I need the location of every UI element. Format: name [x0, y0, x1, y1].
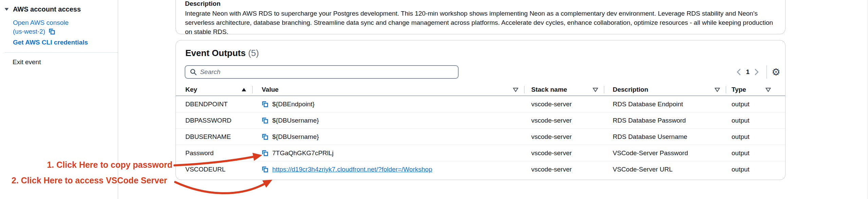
table-header-row: Key Value Stack name Description Type	[176, 83, 785, 96]
event-outputs-table: Key Value Stack name Description Type	[176, 83, 785, 178]
table-row-password: Password 7TGaQhGKG7cPRlLj vscode-server …	[176, 145, 785, 161]
event-outputs-count: (5)	[248, 48, 259, 58]
cell-value-text: ${DBUsername}	[272, 117, 319, 124]
event-outputs-title-text: Event Outputs	[185, 48, 246, 58]
cell-value: ${DBUsername}	[253, 117, 524, 124]
open-aws-console-region[interactable]: (us-west-2)	[13, 28, 55, 35]
cell-type: output	[726, 166, 785, 173]
description-title: Description	[185, 0, 776, 8]
table-row-vscodeurl: VSCODEURL https://d19cr3h4zriyk7.cloudfr…	[176, 161, 785, 178]
cell-stack-name: vscode-server	[524, 117, 604, 124]
cell-value: 7TGaQhGKG7cPRlLj	[253, 149, 524, 157]
cell-value-text: 7TGaQhGKG7cPRlLj	[272, 149, 334, 157]
table-controls: 1 ⚙	[734, 66, 780, 78]
cell-description: RDS Database Username	[604, 133, 726, 141]
previous-page-button[interactable]	[734, 67, 744, 77]
column-header-description[interactable]: Description	[604, 83, 726, 96]
page-number[interactable]: 1	[746, 68, 750, 76]
column-header-value[interactable]: Value	[253, 83, 524, 96]
sidebar-divider	[5, 52, 118, 53]
event-outputs-panel: Event Outputs (5) 1 ⚙ Key Value	[176, 40, 786, 180]
vscode-server-url-link[interactable]: https://d19cr3h4zriyk7.cloudfront.net/?f…	[272, 166, 432, 173]
search-icon	[190, 68, 197, 76]
cell-key: Password	[176, 149, 253, 157]
column-header-value-label: Value	[262, 86, 279, 93]
cell-description: RDS Database Password	[604, 117, 726, 124]
table-row: DBENDPOINT ${DBEndpoint} vscode-server R…	[176, 96, 785, 112]
sort-caret-down-icon	[715, 88, 720, 92]
column-header-stack-name[interactable]: Stack name	[524, 83, 604, 96]
copy-icon[interactable]	[262, 101, 269, 108]
sort-caret-down-icon	[593, 88, 598, 92]
copy-password-icon[interactable]	[262, 150, 269, 157]
sidebar-section-aws-account-access[interactable]: AWS account access	[4, 5, 81, 13]
exit-event-link[interactable]: Exit event	[13, 58, 41, 66]
table-row: DBPASSWORD ${DBUsername} vscode-server R…	[176, 112, 785, 129]
annotation-access-vscode: 2. Click Here to access VSCode Server	[12, 176, 167, 185]
cell-value: https://d19cr3h4zriyk7.cloudfront.net/?f…	[253, 166, 524, 173]
cell-description: VSCode-Server URL	[604, 166, 726, 173]
cell-key: DBPASSWORD	[176, 117, 253, 124]
sort-caret-down-icon	[765, 88, 771, 92]
cell-value: ${DBEndpoint}	[253, 101, 524, 108]
external-link-icon	[49, 28, 55, 35]
copy-icon[interactable]	[262, 133, 269, 140]
annotation-arrow-2	[175, 182, 265, 193]
cell-value-text: ${DBUsername}	[272, 133, 319, 141]
cell-stack-name: vscode-server	[524, 166, 604, 173]
chevron-left-icon	[736, 69, 741, 75]
cell-value-text: ${DBEndpoint}	[272, 101, 315, 108]
column-header-description-label: Description	[613, 86, 648, 93]
annotation-copy-password: 1. Click Here to copy password	[35, 160, 172, 170]
column-header-stack-name-label: Stack name	[531, 86, 567, 93]
search-box[interactable]	[185, 65, 459, 79]
cell-description: VSCode-Server Password	[604, 149, 726, 157]
sidebar-section-title: AWS account access	[13, 5, 81, 13]
controls-divider	[767, 66, 767, 78]
cell-key: DBUSERNAME	[176, 133, 253, 141]
column-header-key-label: Key	[185, 86, 197, 93]
cell-stack-name: vscode-server	[524, 149, 604, 157]
console-region-label: (us-west-2)	[13, 28, 45, 35]
open-aws-console-link[interactable]: Open AWS console	[13, 19, 69, 26]
cell-description: RDS Database Endpoint	[604, 101, 726, 108]
chevron-right-icon	[754, 69, 759, 75]
copy-icon[interactable]	[262, 117, 269, 124]
column-header-type-label: Type	[732, 86, 746, 93]
table-row: DBUSERNAME ${DBUsername} vscode-server R…	[176, 129, 785, 145]
sort-caret-down-icon	[513, 88, 518, 92]
cell-key: DBENDPOINT	[176, 101, 253, 108]
cell-type: output	[726, 133, 785, 141]
search-input[interactable]	[200, 68, 454, 76]
cell-key: VSCODEURL	[176, 166, 253, 173]
cell-stack-name: vscode-server	[524, 133, 604, 141]
window-edge	[867, 0, 868, 199]
copy-icon[interactable]	[262, 166, 269, 173]
settings-gear-button[interactable]: ⚙	[772, 67, 780, 77]
description-body: Integrate Neon with AWS RDS to superchar…	[185, 9, 776, 36]
cell-type: output	[726, 149, 785, 157]
chevron-down-icon	[4, 8, 9, 11]
cell-type: output	[726, 101, 785, 108]
description-panel: Description Integrate Neon with AWS RDS …	[176, 0, 786, 34]
cell-stack-name: vscode-server	[524, 101, 604, 108]
column-header-type[interactable]: Type	[726, 83, 785, 96]
next-page-button[interactable]	[752, 67, 762, 77]
cell-type: output	[726, 117, 785, 124]
get-aws-cli-credentials-link[interactable]: Get AWS CLI credentials	[13, 39, 88, 46]
sort-ascending-icon	[241, 88, 246, 92]
event-outputs-title: Event Outputs (5)	[185, 48, 259, 58]
cell-value: ${DBUsername}	[253, 133, 524, 141]
column-header-key[interactable]: Key	[176, 83, 253, 96]
